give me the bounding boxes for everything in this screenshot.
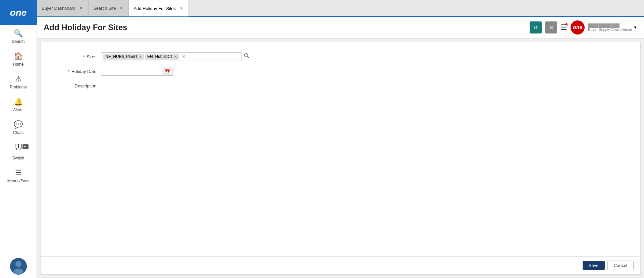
search-icon: 🔍: [14, 29, 23, 38]
tab-label: Add Holiday For Sites: [133, 6, 176, 11]
sidebar-item-label: Switch: [12, 156, 24, 160]
sidebar-item-label: Home: [13, 62, 23, 67]
svg-rect-1: [19, 144, 22, 148]
tab-close-search-site[interactable]: ✕: [118, 5, 124, 11]
sites-search-icon[interactable]: [244, 53, 250, 60]
dropdown-chevron-icon: ▼: [633, 25, 637, 30]
sites-row: * Sites: NE_HUB6_Plant1 ✕ EN_Hub6DC1 ✕ ✕: [47, 52, 634, 61]
sidebar-bottom: [10, 258, 27, 275]
tab-bar: Buyer Dashboard ✕ Search Site ✕ Add Holi…: [37, 0, 644, 17]
chat-icon: 💬: [14, 120, 23, 129]
svg-point-7: [15, 261, 21, 267]
holiday-date-row: * Holiday Date: 📅: [47, 67, 634, 76]
svg-text:⇄: ⇄: [23, 145, 26, 148]
site-tag-1: NE_HUB6_Plant1 ✕: [103, 54, 144, 60]
user-dropdown[interactable]: ████████████ Buyer Supply Chain Admin ▼: [588, 23, 637, 31]
sidebar-item-search[interactable]: 🔍 Search: [0, 25, 37, 48]
sidebar: one 🔍 Search 🏠 Home ⚠ Problems 🔔 Alerts …: [0, 0, 37, 278]
warning-icon: ⚠: [15, 75, 22, 83]
tab-close-buyer-dashboard[interactable]: ✕: [78, 5, 84, 11]
sidebar-item-label: Search: [12, 39, 24, 44]
form-body: * Sites: NE_HUB6_Plant1 ✕ EN_Hub6DC1 ✕ ✕: [41, 52, 640, 96]
sidebar-item-alerts[interactable]: 🔔 Alerts: [0, 93, 37, 116]
bell-icon: 🔔: [14, 97, 23, 106]
menu-button[interactable]: ☰ ★: [560, 23, 567, 32]
notification-star: ★: [565, 21, 569, 27]
menus-icon: ☰: [15, 168, 22, 177]
sidebar-item-home[interactable]: 🏠 Home: [0, 48, 37, 71]
site-tag-label: EN_Hub6DC1: [147, 54, 173, 59]
close-button[interactable]: ✕: [545, 21, 557, 33]
site-tag-close-1[interactable]: ✕: [139, 55, 142, 59]
cancel-button[interactable]: Cancel: [607, 261, 634, 270]
header-bar: Add Holiday For Sites ↺ ✕ ☰ ★ one ██████…: [37, 17, 644, 39]
tab-label: Search Site: [93, 6, 116, 11]
user-display-name: ████████████: [588, 23, 632, 27]
logo-text: one: [10, 7, 27, 18]
tab-label: Buyer Dashboard: [42, 6, 75, 11]
sidebar-item-label: Alerts: [13, 108, 23, 112]
sites-field[interactable]: NE_HUB6_Plant1 ✕ EN_Hub6DC1 ✕ ✕: [101, 52, 242, 61]
home-icon: 🏠: [14, 52, 23, 61]
user-avatar-sidebar[interactable]: [10, 258, 27, 275]
refresh-button[interactable]: ↺: [530, 21, 542, 33]
holiday-date-label: * Holiday Date:: [47, 69, 101, 74]
tab-add-holiday[interactable]: Add Holiday For Sites ✕: [129, 0, 189, 16]
description-label: Description:: [47, 83, 101, 88]
app-logo[interactable]: one: [0, 0, 37, 25]
description-row: Description:: [47, 82, 634, 90]
date-field-wrap: 📅: [101, 67, 173, 76]
sites-label: * Sites:: [47, 54, 101, 59]
switch-icon: [14, 143, 22, 153]
site-tag-label: NE_HUB6_Plant1: [105, 54, 138, 59]
main-content: Buyer Dashboard ✕ Search Site ✕ Add Holi…: [37, 0, 644, 278]
form-area: * Sites: NE_HUB6_Plant1 ✕ EN_Hub6DC1 ✕ ✕: [40, 42, 641, 275]
user-avatar: one: [571, 20, 585, 34]
header-actions: ↺ ✕ ☰ ★ one ████████████ Buyer Supply Ch…: [530, 20, 637, 34]
description-input[interactable]: [101, 82, 302, 90]
sidebar-item-problems[interactable]: ⚠ Problems: [0, 71, 37, 93]
sidebar-item-switch[interactable]: ⇄ Switch: [0, 139, 37, 164]
svg-point-9: [245, 54, 248, 57]
sites-clear-button[interactable]: ✕: [182, 54, 186, 59]
sidebar-item-label: Menus/Favs: [7, 179, 29, 183]
sidebar-item-label: Problems: [10, 85, 27, 89]
calendar-button[interactable]: 📅: [162, 67, 173, 75]
sidebar-item-chats[interactable]: 💬 Chats: [0, 116, 37, 139]
holiday-date-input[interactable]: [101, 68, 162, 75]
sidebar-item-label: Chats: [13, 130, 23, 135]
form-footer: Save Cancel: [41, 256, 640, 274]
save-button[interactable]: Save: [583, 261, 605, 270]
site-tag-2: EN_Hub6DC1 ✕: [145, 54, 179, 60]
tab-buyer-dashboard[interactable]: Buyer Dashboard ✕: [37, 0, 89, 16]
svg-rect-0: [15, 144, 18, 148]
svg-line-10: [248, 57, 249, 58]
sidebar-item-menus[interactable]: ☰ Menus/Favs: [0, 164, 37, 187]
user-role: Buyer Supply Chain Admin: [588, 27, 632, 31]
page-title: Add Holiday For Sites: [44, 23, 127, 32]
site-tag-close-2[interactable]: ✕: [174, 55, 177, 59]
tab-search-site[interactable]: Search Site ✕: [89, 0, 129, 16]
tab-close-add-holiday[interactable]: ✕: [178, 6, 184, 11]
